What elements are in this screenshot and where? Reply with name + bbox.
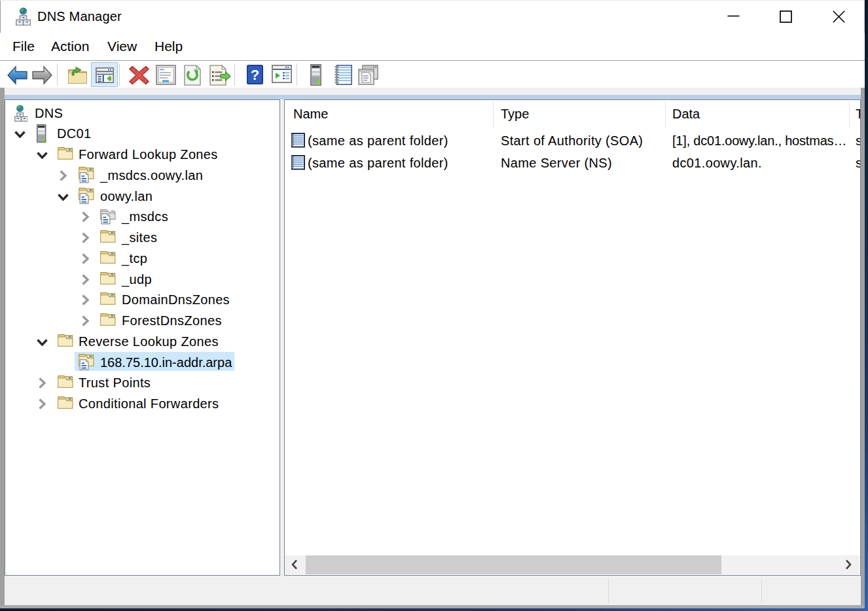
svg-text:?: ? (251, 67, 259, 83)
